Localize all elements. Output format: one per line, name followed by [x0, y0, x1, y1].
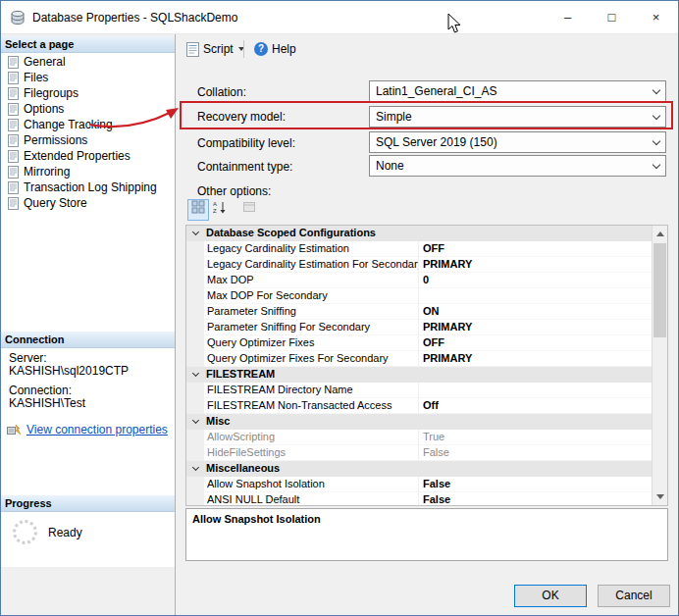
property-value[interactable]: ON — [419, 304, 652, 320]
sidebar-item-change-tracking[interactable]: Change Tracking — [1, 117, 175, 132]
collation-dropdown[interactable]: Latin1_General_CI_AS — [369, 80, 666, 102]
category-name: Miscellaneous — [204, 461, 280, 477]
compatibility-level-dropdown[interactable]: SQL Server 2019 (150) — [369, 131, 666, 153]
categorized-icon — [191, 200, 205, 214]
sidebar-item-general[interactable]: General — [1, 54, 175, 70]
property-value[interactable]: Off — [419, 398, 652, 414]
sidebar-item-label: Options — [24, 102, 64, 116]
table-row[interactable]: FILESTREAM Non-Transacted Access Off — [186, 398, 652, 414]
row-margin — [186, 477, 204, 492]
sidebar-item-label: Change Tracking — [24, 118, 113, 131]
table-row[interactable]: ANSI NULL Default False — [186, 492, 652, 506]
property-label: Parameter Sniffing For Secondary — [204, 320, 419, 335]
recovery-model-value: Simple — [376, 110, 412, 124]
property-description-title: Allow Snapshot Isolation — [192, 513, 661, 525]
table-row[interactable]: Query Optimizer Fixes OFF — [186, 335, 652, 351]
script-button[interactable]: Script — [183, 38, 248, 60]
sidebar-item-label: Filegroups — [24, 86, 78, 100]
scrollbar-thumb[interactable] — [653, 243, 666, 337]
row-margin — [186, 241, 204, 257]
table-row[interactable]: Max DOP 0 — [186, 273, 652, 288]
table-row[interactable]: Legacy Cardinality Estimation For Second… — [186, 257, 652, 273]
property-value[interactable]: 0 — [419, 273, 652, 288]
script-page-icon — [8, 166, 19, 179]
recovery-model-dropdown[interactable]: Simple — [369, 106, 666, 128]
maximize-button[interactable]: □ — [590, 1, 634, 33]
table-row[interactable]: FILESTREAM Directory Name — [186, 383, 652, 398]
property-label: FILESTREAM Directory Name — [204, 383, 419, 398]
database-icon — [10, 10, 26, 29]
sidebar-item-mirroring[interactable]: Mirroring — [1, 164, 175, 180]
property-value[interactable] — [419, 288, 652, 304]
row-margin — [186, 398, 204, 414]
category-row[interactable]: Misc — [186, 414, 652, 430]
property-value[interactable]: False — [419, 477, 652, 492]
property-value[interactable]: PRIMARY — [419, 257, 652, 273]
table-row[interactable]: Legacy Cardinality Estimation OFF — [186, 241, 652, 257]
sidebar-item-label: Transaction Log Shipping — [24, 180, 157, 194]
chevron-down-icon[interactable] — [191, 464, 198, 471]
progress-spinner-icon — [13, 520, 37, 544]
help-button[interactable]: ? Help — [250, 38, 300, 60]
property-value[interactable]: False — [419, 492, 652, 506]
sidebar-item-filegroups[interactable]: Filegroups — [1, 85, 175, 101]
sidebar-item-permissions[interactable]: Permissions — [1, 132, 175, 148]
table-row[interactable]: Max DOP For Secondary — [186, 288, 652, 304]
property-value[interactable]: OFF — [419, 241, 652, 257]
sidebar-item-query-store[interactable]: Query Store — [1, 195, 175, 211]
property-label: Max DOP — [204, 273, 419, 288]
categorized-view-button[interactable] — [187, 199, 209, 221]
scroll-down-icon[interactable] — [656, 494, 664, 499]
property-value[interactable] — [419, 383, 652, 398]
table-row[interactable]: HideFileSettings False — [186, 445, 652, 461]
category-row[interactable]: Database Scoped Configurations — [186, 226, 652, 241]
table-row[interactable]: Allow Snapshot Isolation False — [186, 477, 652, 492]
chevron-down-icon[interactable] — [191, 370, 198, 377]
category-row[interactable]: Miscellaneous — [186, 461, 652, 477]
sidebar-item-files[interactable]: Files — [1, 70, 175, 85]
property-value[interactable]: PRIMARY — [419, 320, 652, 335]
sidebar-item-extended-properties[interactable]: Extended Properties — [1, 148, 175, 164]
grid-scrollbar[interactable] — [652, 226, 667, 505]
property-value[interactable]: OFF — [419, 335, 652, 351]
chevron-down-icon[interactable] — [191, 229, 198, 235]
containment-type-dropdown[interactable]: None — [369, 155, 666, 177]
connection-label: Connection: — [9, 384, 72, 397]
alphabetical-sort-button[interactable]: A Z — [209, 199, 231, 221]
title-bar: Database Properties - SQLShackDemo – □ × — [1, 1, 678, 34]
close-button[interactable]: × — [634, 1, 678, 33]
row-margin — [186, 273, 204, 288]
chevron-down-icon[interactable] — [191, 417, 198, 424]
table-row[interactable]: Parameter Sniffing For Secondary PRIMARY — [186, 320, 652, 335]
category-name: Misc — [204, 414, 230, 430]
table-row[interactable]: AllowScripting True — [186, 430, 652, 445]
row-margin — [186, 320, 204, 335]
sidebar-item-transaction-log-shipping[interactable]: Transaction Log Shipping — [1, 180, 175, 195]
sidebar-item-options[interactable]: Options — [1, 101, 175, 117]
property-label: Query Optimizer Fixes — [204, 335, 419, 351]
cancel-button[interactable]: Cancel — [598, 585, 670, 607]
progress-header: Progress — [1, 495, 175, 512]
script-page-icon — [8, 56, 19, 69]
property-value[interactable]: PRIMARY — [419, 351, 652, 367]
property-value: False — [419, 445, 652, 461]
sidebar-item-label: Query Store — [24, 196, 87, 210]
view-connection-properties[interactable]: View connection properties — [7, 423, 168, 436]
view-connection-properties-link[interactable]: View connection properties — [26, 423, 168, 436]
category-name: Database Scoped Configurations — [204, 226, 376, 241]
property-label: Parameter Sniffing — [204, 304, 419, 320]
ok-button[interactable]: OK — [514, 585, 587, 607]
script-page-icon — [8, 103, 19, 116]
chevron-down-icon — [653, 86, 660, 94]
minimize-button[interactable]: – — [546, 1, 590, 33]
property-label: FILESTREAM Non-Transacted Access — [204, 398, 419, 414]
window-title: Database Properties - SQLShackDemo — [32, 11, 237, 25]
table-row[interactable]: Query Optimizer Fixes For Secondary PRIM… — [186, 351, 652, 367]
category-row[interactable]: FILESTREAM — [186, 367, 652, 383]
row-margin — [186, 335, 204, 351]
property-pages-button — [238, 199, 260, 221]
scroll-up-icon[interactable] — [656, 231, 664, 236]
table-row[interactable]: Parameter Sniffing ON — [186, 304, 652, 320]
script-page-icon — [8, 150, 19, 163]
toolbar-separator — [243, 40, 244, 58]
